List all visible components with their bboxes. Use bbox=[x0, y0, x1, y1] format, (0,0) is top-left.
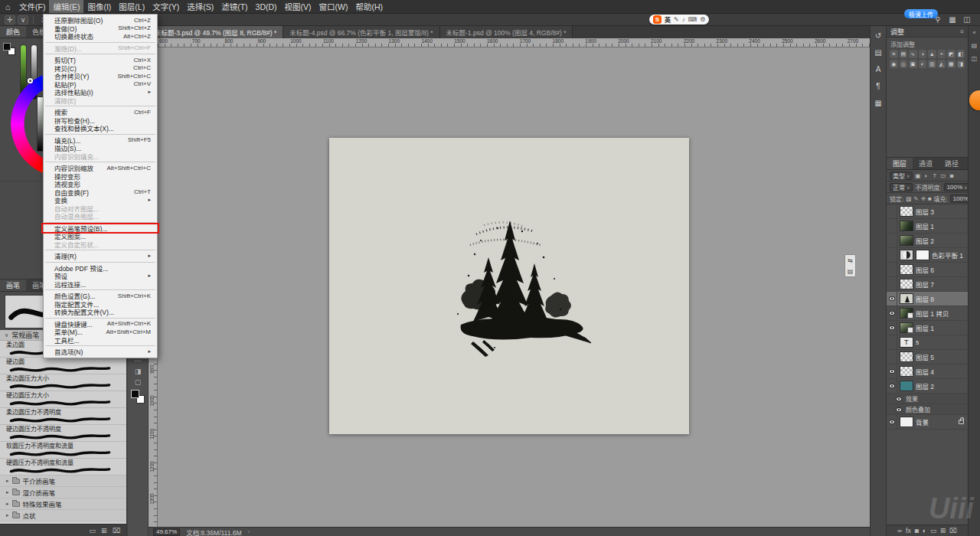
brush-preset-item[interactable]: 柔边圆压力不透明度 bbox=[0, 408, 126, 425]
visibility-toggle[interactable] bbox=[894, 394, 903, 404]
layer-thumbnail[interactable] bbox=[900, 417, 913, 427]
gradient-map-icon[interactable]: ▦ bbox=[947, 60, 956, 68]
color-wheel-pointer[interactable] bbox=[28, 78, 33, 83]
foreground-color-swatch[interactable] bbox=[131, 390, 139, 398]
tool-preset-caret-icon[interactable]: ∨ bbox=[18, 15, 28, 25]
opacity-select[interactable]: 100% bbox=[944, 183, 971, 191]
home-icon[interactable] bbox=[0, 0, 15, 13]
history-panel-icon[interactable]: ↺ bbox=[871, 29, 885, 41]
panel-dock-icon-1[interactable]: ▤ bbox=[972, 42, 978, 49]
edit-menu-item[interactable]: 首选项(N) bbox=[44, 348, 157, 356]
horizontal-ruler[interactable]: 600 700 800 900 1000 1100 1200 1300 1400… bbox=[158, 38, 870, 47]
visibility-toggle[interactable] bbox=[887, 379, 897, 393]
exposure-icon[interactable]: ◑ bbox=[919, 50, 927, 58]
color-balance-icon[interactable]: ◩ bbox=[947, 50, 956, 58]
menubar-item[interactable]: 图层(L) bbox=[115, 0, 149, 13]
zoom-level-field[interactable]: 49.67% bbox=[153, 528, 180, 536]
canvas[interactable] bbox=[329, 138, 689, 434]
brushes-panel-tab[interactable]: 画笔 bbox=[0, 279, 26, 291]
layer-row[interactable]: 图层 8 bbox=[887, 292, 968, 306]
layer-thumbnail[interactable] bbox=[900, 264, 913, 275]
brush-preset-item[interactable]: 硬圆压力不透明度和流量 bbox=[0, 459, 126, 476]
layer-thumbnail[interactable] bbox=[900, 381, 913, 391]
canvas-floating-widget[interactable]: ⇆ ▤ bbox=[844, 254, 856, 277]
layer-row[interactable]: 色彩平衡 1 bbox=[887, 248, 968, 263]
visibility-toggle[interactable] bbox=[887, 263, 897, 276]
visibility-toggle[interactable] bbox=[894, 404, 903, 414]
layer-thumbnail[interactable] bbox=[900, 366, 913, 377]
floating-widget-icon-bottom[interactable]: ▤ bbox=[848, 268, 854, 275]
curves-icon[interactable]: ∿ bbox=[909, 50, 917, 58]
edit-menu-item[interactable]: 查找和替换文本(X)... bbox=[44, 124, 157, 132]
menubar-item[interactable]: 3D(D) bbox=[252, 0, 281, 13]
layer-row[interactable]: 图层 6 bbox=[887, 263, 968, 277]
collapse-panels-icon[interactable]: « bbox=[972, 29, 975, 36]
color-panel-tab[interactable]: 颜色 bbox=[0, 26, 26, 38]
posterize-icon[interactable]: ▥ bbox=[928, 60, 936, 68]
layers-panel-tab[interactable]: 通道 bbox=[913, 158, 939, 169]
layer-thumbnail[interactable] bbox=[900, 351, 913, 362]
menubar-item[interactable]: 文字(Y) bbox=[149, 0, 183, 13]
lock-pixels-icon[interactable]: ✎ bbox=[913, 195, 918, 202]
edit-menu-item[interactable]: 转换为配置文件(V)... bbox=[44, 308, 157, 316]
invert-icon[interactable]: ◐ bbox=[919, 60, 927, 68]
layer-thumbnail[interactable] bbox=[900, 293, 913, 304]
brush-folder[interactable]: 湿介质画笔 bbox=[0, 487, 126, 498]
brush-preset-item[interactable]: 硬边圆 bbox=[0, 358, 126, 374]
visibility-toggle[interactable] bbox=[887, 234, 897, 247]
layer-style-icon[interactable]: fx bbox=[906, 527, 911, 534]
visibility-toggle[interactable] bbox=[887, 219, 897, 233]
add-layer-mask-icon[interactable]: ◙ bbox=[915, 527, 919, 534]
foreground-background-swatches[interactable] bbox=[3, 43, 15, 55]
visibility-toggle[interactable] bbox=[887, 248, 897, 262]
layer-row[interactable]: 效果 bbox=[887, 394, 968, 404]
visibility-toggle[interactable] bbox=[887, 415, 897, 429]
layer-row[interactable]: 图层 1 bbox=[887, 321, 968, 335]
selective-color-icon[interactable]: ◨ bbox=[957, 60, 965, 68]
ime-keyboard-icon[interactable]: ⌨ bbox=[688, 16, 697, 23]
floating-widget-icon-top[interactable]: ⇆ bbox=[848, 257, 853, 264]
ime-pen-icon[interactable]: ✎ bbox=[674, 16, 679, 23]
color-swatch-widget[interactable] bbox=[131, 390, 145, 404]
levels-icon[interactable]: ▤ bbox=[900, 50, 908, 58]
layer-row[interactable]: 图层 1 bbox=[887, 219, 968, 234]
quick-mask-icon[interactable]: ◨ bbox=[129, 366, 148, 377]
ime-language-toggle[interactable]: 英 bbox=[665, 15, 671, 24]
document-tab[interactable]: 未标题-3.psd @ 49.7% (图层 8, RGB/8#) * bbox=[149, 26, 283, 38]
panel-menu-icon[interactable] bbox=[960, 28, 964, 35]
ime-mic-icon[interactable]: ♪ bbox=[682, 16, 685, 23]
edit-menu-item[interactable]: 远程连接... bbox=[44, 280, 157, 289]
lock-transparency-icon[interactable]: ▨ bbox=[906, 195, 911, 202]
document-tab[interactable]: 未标题-4.psd @ 66.7% (色彩平衡 1, 图层蒙版/8) * bbox=[283, 26, 439, 38]
brush-folder[interactable]: 特殊效果画笔 bbox=[0, 498, 126, 510]
filter-shape-layers-icon[interactable]: ▭ bbox=[939, 172, 946, 179]
layer-row[interactable]: 背景 bbox=[887, 415, 968, 430]
delete-brush-icon[interactable]: ⌧ bbox=[113, 527, 120, 534]
status-chevron-icon[interactable] bbox=[248, 528, 250, 535]
layer-thumbnail[interactable] bbox=[900, 250, 913, 260]
delete-layer-icon[interactable]: ⌧ bbox=[949, 527, 957, 534]
visibility-toggle[interactable] bbox=[887, 321, 897, 335]
new-layer-icon[interactable]: ⊞ bbox=[940, 527, 946, 534]
brightness-contrast-icon[interactable]: ☀ bbox=[890, 50, 898, 58]
layer-row[interactable]: s bbox=[887, 335, 968, 350]
menubar-item[interactable]: 编辑(E) bbox=[49, 0, 83, 13]
layer-row[interactable]: 图层 5 bbox=[887, 350, 968, 364]
layers-panel-tab[interactable]: 路径 bbox=[939, 158, 965, 169]
filter-smart-objects-icon[interactable]: ◙ bbox=[948, 172, 955, 179]
brush-preset-item[interactable]: 硬边圆压力大小 bbox=[0, 391, 126, 408]
layer-thumbnail[interactable] bbox=[900, 206, 913, 217]
visibility-toggle[interactable] bbox=[887, 277, 897, 291]
brush-preset-item[interactable]: 硬边圆压力不透明度 bbox=[0, 425, 126, 442]
black-white-icon[interactable]: ◧ bbox=[957, 50, 965, 58]
libraries-panel-icon[interactable]: ▦ bbox=[871, 96, 885, 109]
hue-saturation-icon[interactable]: ◓ bbox=[938, 50, 946, 58]
tool-preset-icon[interactable]: ✛ bbox=[5, 15, 15, 25]
layer-row[interactable]: 颜色叠加 bbox=[887, 404, 968, 415]
brush-preset-item[interactable]: 软圆压力不透明度和流量 bbox=[0, 442, 126, 459]
panel-dock-icon-2[interactable]: ◫ bbox=[972, 55, 978, 62]
brush-preset-item[interactable]: 柔边圆压力大小 bbox=[0, 374, 126, 391]
edit-menu-item[interactable]: 清理(R) bbox=[44, 252, 157, 260]
layer-thumbnail[interactable] bbox=[900, 221, 913, 231]
layer-row[interactable]: 图层 7 bbox=[887, 277, 968, 292]
